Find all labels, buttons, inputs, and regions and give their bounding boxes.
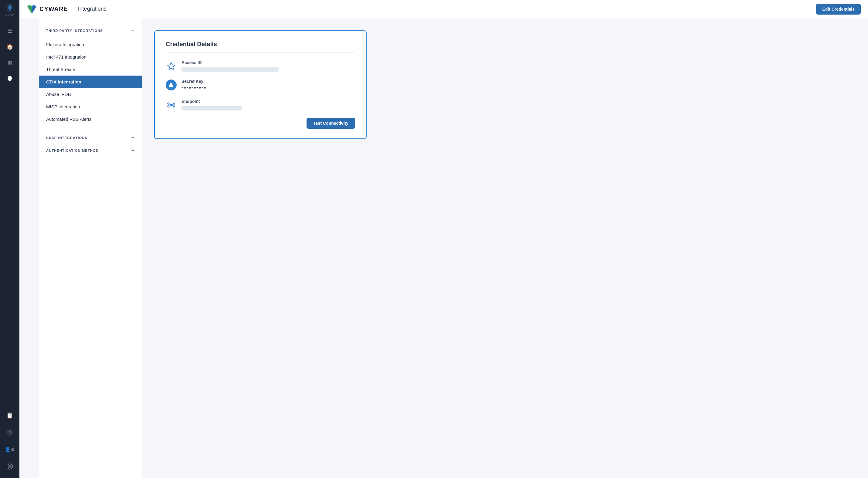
secret-key-label: Secret Key: [182, 79, 355, 84]
access-id-field: Access ID: [166, 60, 355, 72]
credential-card: Credential Details Access ID: [154, 30, 367, 139]
topbar-right: Edit Credentials: [816, 4, 861, 14]
lock-icon: [168, 82, 174, 88]
sidebar-item-cyware-bottom[interactable]: [0, 458, 20, 474]
main-wrapper: THIRD PARTY INTEGRATIONS − Flexera Integ…: [39, 18, 868, 478]
auth-section-title: AUTHENTICATION METHOD: [46, 149, 99, 152]
brand-logo: CYWARE: [27, 4, 68, 14]
report-icon: 📋: [6, 412, 13, 419]
svg-point-12: [173, 103, 175, 104]
access-id-label: Access ID: [182, 60, 355, 65]
svg-line-17: [169, 105, 170, 106]
svg-rect-9: [169, 85, 173, 87]
nav-item-rss[interactable]: Automated RSS Alerts: [39, 113, 142, 125]
csap-label: CSAP: [5, 13, 14, 17]
dashboard-icon: ▦: [8, 60, 12, 66]
sidebar-item-help[interactable]: ?: [0, 424, 20, 440]
cyware-brand-icon: [27, 4, 37, 14]
user-settings-icon: 👤⚙: [5, 447, 14, 452]
svg-marker-6: [27, 6, 32, 14]
third-party-section-title: THIRD PARTY INTEGRATIONS: [46, 29, 103, 32]
home-icon: 🏠: [6, 43, 13, 50]
svg-point-13: [167, 106, 169, 107]
sidebar-nav: ☰ 🏠 ▦: [0, 20, 20, 408]
sidebar-item-report[interactable]: 📋: [0, 408, 20, 423]
sidebar-item-dashboard[interactable]: ▦: [0, 55, 20, 70]
test-connectivity-row: Test Connectivity: [166, 118, 355, 129]
brand-name: CYWARE: [39, 5, 68, 12]
sidebar-logo: CSAP: [0, 0, 20, 20]
nav-item-ctix[interactable]: CTIX Integration: [39, 75, 142, 88]
third-party-toggle[interactable]: −: [131, 28, 134, 33]
sidebar-item-home[interactable]: 🏠: [0, 39, 20, 55]
svg-marker-8: [167, 63, 175, 69]
access-id-content: Access ID: [182, 60, 355, 72]
credential-card-title: Credential Details: [166, 41, 355, 53]
network-icon: [167, 101, 176, 109]
secret-key-content: Secret Key **********: [182, 79, 355, 92]
left-panel: THIRD PARTY INTEGRATIONS − Flexera Integ…: [39, 18, 142, 478]
access-id-value: [182, 67, 279, 72]
star-icon: [167, 62, 176, 70]
csap-toggle[interactable]: +: [131, 135, 134, 140]
endpoint-content: Endpoint: [182, 99, 355, 110]
cyware-bottom-icon: [6, 463, 13, 470]
sidebar-item-menu[interactable]: ☰: [0, 23, 20, 39]
topbar: CYWARE Integrations Edit Credentials: [20, 0, 868, 18]
auth-section-header: AUTHENTICATION METHOD +: [39, 146, 142, 156]
auth-toggle[interactable]: +: [131, 148, 134, 153]
secret-key-value: **********: [182, 86, 355, 92]
nav-item-intel471[interactable]: Intel 471 Integration: [39, 51, 142, 63]
nav-item-misp[interactable]: MISP Integration: [39, 100, 142, 113]
shield-icon: [7, 75, 13, 81]
svg-marker-2: [8, 465, 11, 468]
sidebar: CSAP ☰ 🏠 ▦ 📋 ? 👤⚙: [0, 0, 20, 478]
endpoint-value: [182, 106, 242, 110]
endpoint-field: Endpoint: [166, 99, 355, 110]
svg-point-10: [170, 104, 172, 106]
svg-line-16: [172, 103, 173, 105]
content-area: Credential Details Access ID: [142, 18, 868, 478]
menu-icon: ☰: [7, 28, 12, 34]
test-connectivity-button[interactable]: Test Connectivity: [307, 118, 355, 129]
access-id-icon-container: [166, 61, 177, 72]
endpoint-icon-container: [166, 100, 177, 110]
svg-point-11: [167, 103, 169, 104]
page-title: Integrations: [73, 6, 106, 12]
sidebar-item-user[interactable]: 👤⚙: [0, 442, 20, 457]
nav-item-threatstream[interactable]: Threat Stream: [39, 63, 142, 75]
svg-line-15: [169, 103, 170, 105]
secret-key-field: Secret Key **********: [166, 79, 355, 92]
nav-item-flexera[interactable]: Flexera Integration: [39, 38, 142, 51]
nav-item-abuseipdb[interactable]: Abuse IPDB: [39, 88, 142, 100]
svg-point-14: [173, 106, 175, 107]
edit-credentials-button[interactable]: Edit Credentials: [816, 4, 861, 14]
help-icon: ?: [6, 429, 13, 436]
csap-section-title: CSAP INTEGRATIONS: [46, 136, 87, 139]
csap-logo-icon: [5, 3, 14, 13]
third-party-section-header: THIRD PARTY INTEGRATIONS −: [39, 26, 142, 36]
endpoint-label: Endpoint: [182, 99, 355, 104]
csap-section-header: CSAP INTEGRATIONS +: [39, 133, 142, 143]
sidebar-bottom: 📋 ? 👤⚙: [0, 408, 20, 478]
svg-marker-7: [32, 6, 36, 14]
secret-key-icon-container: [166, 79, 177, 90]
svg-line-18: [172, 105, 173, 106]
sidebar-item-shield[interactable]: [0, 70, 20, 86]
